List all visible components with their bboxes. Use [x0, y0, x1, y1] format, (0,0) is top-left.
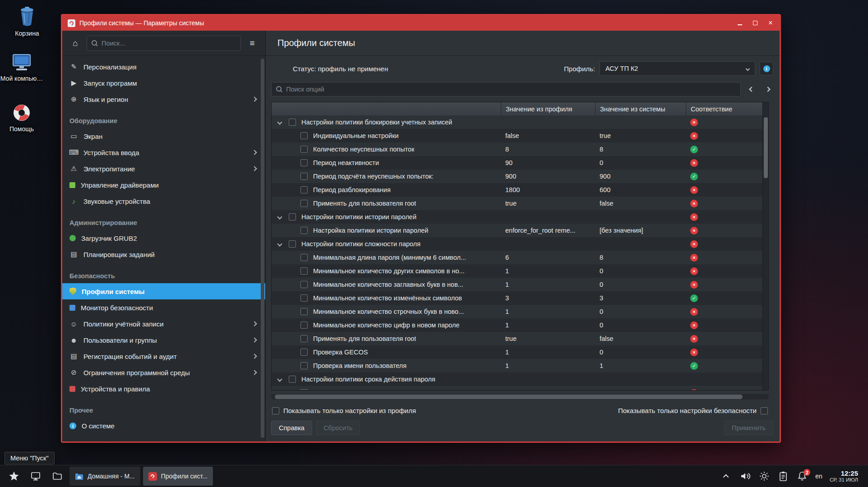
sidebar-item-drivers[interactable]: Управление драйверами: [62, 177, 265, 193]
tree-row[interactable]: Минимальное количество заглавных букв в …: [272, 278, 762, 291]
sidebar-item-language[interactable]: ⊕Язык и регион: [62, 91, 265, 107]
column-header-profile-value[interactable]: Значение из профиля: [501, 102, 595, 115]
options-search-input[interactable]: [286, 86, 736, 93]
row-checkbox[interactable]: [300, 294, 308, 302]
sidebar-item-secmon[interactable]: Монитор безопасности: [62, 299, 265, 316]
sidebar-item-profiles[interactable]: Профили системы: [62, 283, 265, 299]
row-checkbox[interactable]: [300, 335, 308, 342]
tree-row[interactable]: Период разблокирования1800600×: [272, 183, 762, 197]
sidebar-item-users[interactable]: ☻Пользователи и группы: [62, 332, 265, 348]
tree-row[interactable]: Минимальное количество строчных букв в н…: [272, 305, 762, 318]
maximize-button[interactable]: [752, 19, 759, 27]
next-match-button[interactable]: [762, 84, 773, 95]
sidebar-item-account[interactable]: ☺Политики учётной записи: [62, 316, 265, 332]
tree-group-row[interactable]: Настройки политики блокировки учетных за…: [272, 115, 762, 129]
sidebar-item-scheduler[interactable]: ▤Планировщик заданий: [62, 246, 265, 262]
row-checkbox[interactable]: [289, 376, 296, 383]
profile-combobox[interactable]: АСУ ТП К2: [600, 61, 755, 76]
sidebar-item-personalization[interactable]: ✎Персонализация: [62, 59, 265, 75]
sidebar-scrollbar[interactable]: [261, 59, 264, 438]
tree-row[interactable]: Минимальное количество изменённых символ…: [272, 291, 762, 305]
sidebar-item-launch[interactable]: ▶Запуск программ: [62, 75, 265, 91]
expand-arrow-icon[interactable]: [277, 241, 282, 246]
keyboard-layout-indicator[interactable]: en: [815, 473, 822, 480]
scrollbar-thumb[interactable]: [275, 395, 743, 399]
tree-row[interactable]: Проверка GECOS10×: [272, 345, 762, 359]
titlebar[interactable]: Профили системы — Параметры системы ×: [62, 15, 780, 31]
reset-button[interactable]: Сбросить: [316, 421, 360, 435]
sidebar-search-input[interactable]: [102, 40, 236, 47]
minimize-button[interactable]: [736, 19, 743, 27]
row-checkbox[interactable]: [289, 119, 296, 126]
tree-group-row[interactable]: Настройки политики истории паролей×: [272, 210, 762, 224]
tray-expand-button[interactable]: [720, 470, 732, 482]
row-checkbox[interactable]: [289, 213, 296, 221]
sidebar-item-restrict[interactable]: ⊘Ограничения программной среды: [62, 364, 265, 381]
sidebar-item-devrules[interactable]: Устройства и правила: [62, 381, 265, 397]
filter-profile-checkbox[interactable]: [272, 407, 279, 414]
row-checkbox[interactable]: [300, 146, 308, 153]
close-button[interactable]: ×: [767, 19, 774, 27]
file-manager-button[interactable]: [48, 467, 67, 486]
volume-button[interactable]: [739, 470, 751, 482]
task-home-folder[interactable]: Домашняя - М...: [69, 467, 140, 486]
tree-row[interactable]: Проверка имени пользователя11✓: [272, 359, 762, 372]
row-checkbox[interactable]: [300, 349, 308, 356]
vertical-scrollbar[interactable]: [762, 102, 768, 390]
options-search[interactable]: [271, 82, 741, 96]
help-button[interactable]: Справка: [271, 421, 312, 435]
sidebar-item-power[interactable]: ⚠Электропитание: [62, 161, 265, 177]
task-system-profiles[interactable]: Профили сист...: [143, 467, 213, 486]
tree-group-row[interactable]: Настройки политики срока действия пароля: [272, 372, 762, 386]
scrollbar-thumb[interactable]: [764, 117, 768, 178]
home-button[interactable]: ⌂: [68, 36, 83, 51]
prev-match-button[interactable]: [746, 84, 757, 95]
tree-group-row[interactable]: Настройки политики сложности пароля×: [272, 237, 762, 251]
desktop-icon-help[interactable]: Помощь: [0, 103, 43, 133]
horizontal-scrollbar[interactable]: [271, 394, 769, 400]
row-checkbox[interactable]: [300, 186, 308, 193]
sidebar-item-about[interactable]: iО системе: [62, 418, 265, 434]
column-header-system-value[interactable]: Значение из системы: [595, 102, 686, 115]
row-checkbox[interactable]: [300, 200, 308, 207]
expand-arrow-icon[interactable]: [277, 119, 282, 124]
sidebar-item-screen[interactable]: ▭Экран: [62, 128, 265, 144]
notifications-button[interactable]: 2: [796, 470, 808, 482]
row-checkbox[interactable]: [289, 240, 296, 248]
tree-row[interactable]: Максимальное количество дней между смена…: [272, 386, 762, 391]
tree-row[interactable]: Период неактивности900×: [272, 156, 762, 170]
row-checkbox[interactable]: [300, 389, 308, 391]
sidebar-search[interactable]: [87, 36, 241, 51]
clipboard-button[interactable]: [777, 470, 789, 482]
sidebar-item-sound[interactable]: ♪Звуковые устройства: [62, 193, 265, 209]
desktop-icon-trash[interactable]: Корзина: [5, 6, 49, 38]
profile-info-button[interactable]: i: [760, 62, 773, 75]
filter-profile-only[interactable]: Показывать только настройки из профиля: [272, 407, 416, 414]
expand-arrow-icon[interactable]: [277, 377, 282, 381]
row-checkbox[interactable]: [300, 254, 308, 261]
sidebar-item-grub[interactable]: Загрузчик GRUB2: [62, 230, 265, 246]
expand-arrow-icon[interactable]: [277, 214, 282, 219]
night-color-button[interactable]: [758, 470, 770, 482]
tree-row[interactable]: Применять для пользователя roottruefalse…: [272, 197, 762, 210]
row-checkbox[interactable]: [300, 173, 308, 180]
row-checkbox[interactable]: [300, 322, 308, 329]
tree-row[interactable]: Период подсчёта неуспешных попыток:90090…: [272, 170, 762, 183]
menu-button[interactable]: ≡: [245, 36, 260, 51]
filter-security-checkbox[interactable]: [761, 407, 768, 414]
sidebar-item-audit[interactable]: ▤Регистрация событий и аудит: [62, 348, 265, 364]
filter-security-only[interactable]: Показывать только настройки безопасности: [618, 407, 768, 414]
system-monitor-button[interactable]: [26, 467, 45, 486]
tree-row[interactable]: Количество неуспешных попыток88✓: [272, 142, 762, 156]
row-checkbox[interactable]: [300, 281, 308, 288]
row-checkbox[interactable]: [300, 362, 308, 369]
column-header-match[interactable]: Соответствие: [686, 102, 762, 115]
tree-row[interactable]: Индивидуальные настройкиfalsetrue×: [272, 129, 762, 142]
row-checkbox[interactable]: [300, 132, 308, 139]
start-menu-button[interactable]: [5, 467, 23, 486]
apply-button[interactable]: Применить: [724, 421, 773, 435]
tree-row[interactable]: Минимальное количество других символов в…: [272, 264, 762, 278]
clock[interactable]: 12:25 СР, 31 ИЮЛ: [830, 469, 858, 483]
row-checkbox[interactable]: [300, 308, 308, 315]
tree-row[interactable]: Применять для пользователя roottruefalse…: [272, 332, 762, 345]
